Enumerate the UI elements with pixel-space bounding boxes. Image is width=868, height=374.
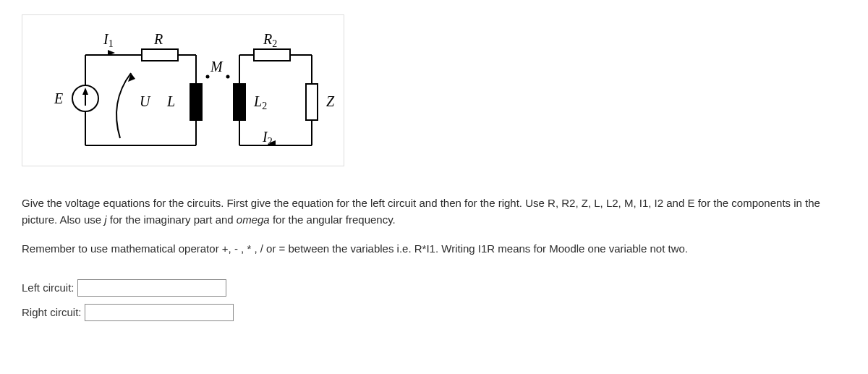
instructions: Give the voltage equations for the circu…	[22, 195, 846, 258]
instr-omega: omega	[237, 213, 270, 226]
label-E: E	[54, 90, 63, 106]
instr-text-1c: for the angular frequency.	[270, 213, 396, 226]
answers-block: Left circuit: Right circuit:	[22, 279, 846, 321]
label-R: R	[153, 31, 163, 47]
label-I1: I1	[103, 31, 114, 49]
right-circuit-input[interactable]	[85, 304, 234, 321]
label-L: L	[166, 93, 175, 109]
svg-rect-8	[190, 84, 202, 120]
svg-rect-23	[306, 84, 318, 120]
left-circuit-row: Left circuit:	[22, 279, 846, 297]
right-circuit-row: Right circuit:	[22, 304, 846, 321]
svg-rect-20	[254, 49, 290, 61]
label-L2: L2	[253, 93, 267, 111]
label-Z: Z	[326, 93, 335, 109]
right-circuit-label: Right circuit:	[22, 306, 82, 318]
label-U: U	[140, 93, 151, 109]
circuit-svg: E I1 R M U L R2 L2 Z I2	[22, 15, 344, 166]
label-R2: R2	[263, 31, 277, 49]
left-circuit-input[interactable]	[77, 279, 226, 297]
left-circuit-label: Left circuit:	[22, 281, 75, 294]
svg-rect-17	[234, 84, 245, 120]
label-I2: I2	[262, 129, 273, 147]
circuit-diagram: E I1 R M U L R2 L2 Z I2	[22, 14, 344, 166]
svg-point-11	[226, 75, 230, 79]
instruction-para-2: Remember to use mathematical operator +,…	[22, 241, 846, 258]
instr-text-1b: for the imaginary part and	[107, 213, 237, 226]
label-M: M	[210, 59, 224, 75]
question-page: E I1 R M U L R2 L2 Z I2 Give the voltage…	[0, 0, 868, 343]
instruction-para-1: Give the voltage equations for the circu…	[22, 195, 846, 228]
svg-marker-15	[82, 88, 88, 95]
svg-rect-5	[142, 49, 178, 61]
svg-point-10	[206, 75, 210, 79]
